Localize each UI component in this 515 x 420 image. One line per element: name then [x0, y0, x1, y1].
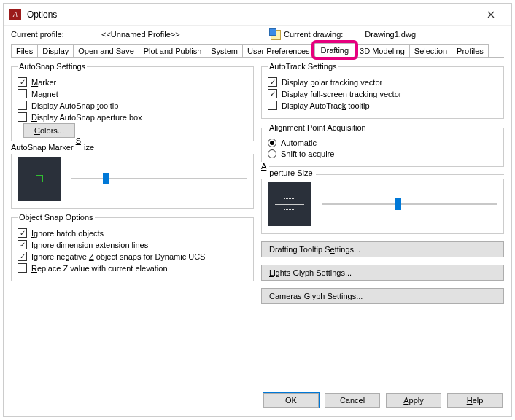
cancel-button[interactable]: Cancel — [325, 393, 380, 408]
fullscreen-tracking-checkbox[interactable] — [268, 89, 277, 98]
replace-z-label: Replace Z value with current elevation — [31, 264, 168, 273]
marker-label: Marker — [31, 78, 56, 87]
tab-display[interactable]: Display — [37, 44, 74, 57]
autotrack-legend: AutoTrack Settings — [268, 62, 338, 71]
titlebar: A Options — [4, 4, 511, 26]
tabs: Files Display Open and Save Plot and Pub… — [11, 43, 504, 58]
tab-content: AutoSnap Settings Marker Magnet Display … — [4, 58, 511, 385]
ignore-negz-label: Ignore negative Z object snaps for Dynam… — [31, 252, 205, 261]
ignore-hatch-checkbox[interactable] — [18, 228, 27, 238]
marker-square-icon — [36, 175, 43, 182]
ignore-hatch-label: Ignore hatch objects — [31, 229, 104, 238]
app-icon: A — [9, 9, 21, 20]
object-snap-options-group: Object Snap Options Ignore hatch objects… — [11, 213, 254, 281]
replace-z-checkbox[interactable] — [18, 263, 27, 273]
current-drawing-name: Drawing1.dwg — [365, 30, 416, 39]
tab-open-and-save[interactable]: Open and Save — [73, 44, 139, 57]
automatic-label: Automatic — [281, 139, 317, 147]
marker-size-slider[interactable] — [71, 171, 247, 186]
drawing-icon — [269, 28, 281, 40]
tab-system[interactable]: System — [206, 44, 243, 57]
tab-files[interactable]: Files — [11, 44, 38, 57]
ok-button[interactable]: OK — [263, 393, 319, 408]
autosnap-aperture-checkbox[interactable] — [18, 112, 27, 122]
apply-button[interactable]: Apply — [386, 393, 441, 408]
window-title: Options — [27, 9, 476, 20]
close-button[interactable] — [476, 4, 506, 25]
autosnap-aperture-label: Display AutoSnap aperture box — [31, 113, 142, 122]
marker-size-thumb[interactable] — [103, 173, 109, 184]
autosnap-legend: AutoSnap Settings — [18, 62, 87, 71]
tab-user-preferences[interactable]: User Preferences — [242, 44, 315, 57]
cameras-glyph-settings-button[interactable]: Cameras Glyph Settings... — [261, 288, 504, 304]
aperture-cross-icon — [275, 190, 304, 219]
aperture-size-slider[interactable] — [322, 197, 497, 211]
fullscreen-tracking-label: Display full-screen tracking vector — [282, 90, 401, 98]
autotrack-tooltip-checkbox[interactable] — [268, 101, 277, 110]
magnet-checkbox[interactable] — [18, 89, 27, 98]
profile-bar: Current profile: <<Unnamed Profile>> Cur… — [4, 26, 511, 42]
alignment-group: Alignment Point Acquisition Automatic Sh… — [261, 123, 504, 167]
colors-button[interactable]: Colors... — [23, 123, 75, 138]
aperture-size-thumb[interactable] — [395, 198, 401, 210]
autosnap-tooltip-checkbox[interactable] — [18, 101, 27, 110]
lights-glyph-settings-button[interactable]: Lights Glyph Settings... — [261, 265, 504, 281]
osnap-legend: Object Snap Options — [18, 213, 95, 222]
alignment-legend: Alignment Point Acquisition — [268, 123, 368, 132]
tab-profiles[interactable]: Profiles — [452, 44, 489, 57]
shift-radio[interactable] — [268, 149, 276, 158]
drafting-tooltip-settings-button[interactable]: Drafting Tooltip Settings... — [261, 241, 504, 257]
autosnap-tooltip-label: Display AutoSnap tooltip — [31, 101, 118, 110]
aperture-size-preview — [268, 182, 311, 226]
tab-drafting[interactable]: Drafting — [314, 43, 356, 57]
autotrack-tooltip-label: Display AutoTrack tooltip — [282, 101, 370, 110]
polar-tracking-checkbox[interactable] — [268, 77, 277, 87]
current-profile-label: Current profile: — [11, 30, 101, 39]
current-profile-name: <<Unnamed Profile>> — [101, 30, 269, 39]
close-icon — [487, 11, 495, 18]
right-column: AutoTrack Settings Display polar trackin… — [261, 62, 504, 385]
dialog-footer: OK Cancel Apply Help — [4, 385, 511, 416]
tab-3d-modeling[interactable]: 3D Modeling — [355, 44, 410, 57]
options-dialog: A Options Current profile: <<Unnamed Pro… — [3, 3, 512, 417]
left-column: AutoSnap Settings Marker Magnet Display … — [11, 62, 254, 385]
ignore-dim-label: Ignore dimension extension lines — [31, 241, 148, 249]
ignore-dim-checkbox[interactable] — [18, 240, 27, 249]
marker-size-preview — [18, 157, 61, 201]
autotrack-settings-group: AutoTrack Settings Display polar trackin… — [261, 62, 504, 119]
tab-selection[interactable]: Selection — [409, 44, 452, 57]
current-drawing-label: Current drawing: — [284, 30, 343, 39]
tab-plot-and-publish[interactable]: Plot and Publish — [139, 44, 207, 57]
magnet-label: Magnet — [31, 90, 58, 98]
autosnap-settings-group: AutoSnap Settings Marker Magnet Display … — [11, 62, 254, 141]
automatic-radio[interactable] — [268, 139, 276, 147]
shift-label: Shift to acquire — [281, 149, 334, 158]
help-button[interactable]: Help — [447, 393, 503, 408]
marker-checkbox[interactable] — [18, 77, 27, 87]
polar-tracking-label: Display polar tracking vector — [282, 78, 382, 87]
ignore-negz-checkbox[interactable] — [18, 252, 27, 261]
